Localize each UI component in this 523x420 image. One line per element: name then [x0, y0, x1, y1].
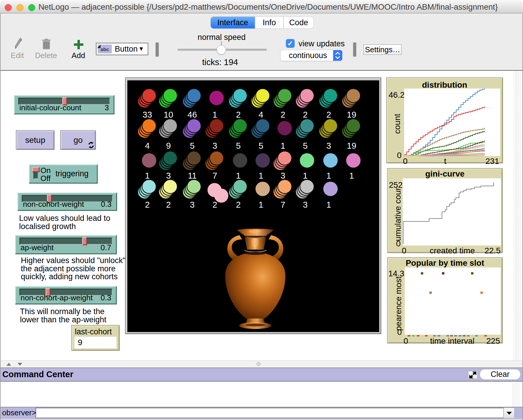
svg-text:2: 2	[236, 200, 241, 209]
svg-text:46: 46	[188, 110, 197, 119]
svg-text:1: 1	[212, 110, 217, 119]
svg-text:2: 2	[303, 110, 308, 119]
svg-text:5: 5	[236, 141, 241, 150]
svg-text:2: 2	[166, 200, 171, 209]
svg-text:1: 1	[303, 171, 308, 180]
svg-text:11: 11	[188, 171, 197, 180]
svg-text:1: 1	[259, 171, 263, 180]
svg-text:1: 1	[236, 171, 241, 180]
svg-text:1: 1	[145, 171, 150, 180]
svg-text:1: 1	[326, 171, 331, 180]
svg-text:3: 3	[166, 171, 171, 180]
svg-text:10: 10	[164, 110, 173, 119]
svg-text:9: 9	[166, 141, 171, 150]
svg-text:5: 5	[303, 141, 308, 150]
svg-text:3: 3	[303, 200, 308, 209]
svg-text:5: 5	[259, 141, 263, 150]
svg-text:2: 2	[281, 110, 285, 119]
svg-text:4: 4	[259, 110, 263, 119]
svg-text:19: 19	[347, 141, 356, 150]
svg-text:2: 2	[326, 110, 331, 119]
svg-text:1: 1	[326, 200, 331, 209]
svg-text:2: 2	[145, 200, 150, 209]
svg-text:19: 19	[347, 110, 356, 119]
svg-text:3: 3	[281, 171, 285, 180]
svg-text:3: 3	[326, 141, 331, 150]
svg-text:3: 3	[190, 200, 195, 209]
svg-text:7: 7	[281, 200, 285, 209]
svg-text:33: 33	[143, 110, 152, 119]
svg-text:1: 1	[259, 200, 263, 209]
svg-text:2: 2	[212, 200, 217, 209]
svg-text:3: 3	[212, 141, 217, 150]
svg-text:1: 1	[349, 171, 354, 180]
svg-text:1: 1	[281, 141, 285, 150]
svg-text:4: 4	[145, 141, 150, 150]
svg-text:7: 7	[212, 171, 217, 180]
svg-text:2: 2	[236, 110, 241, 119]
svg-text:5: 5	[190, 141, 195, 150]
